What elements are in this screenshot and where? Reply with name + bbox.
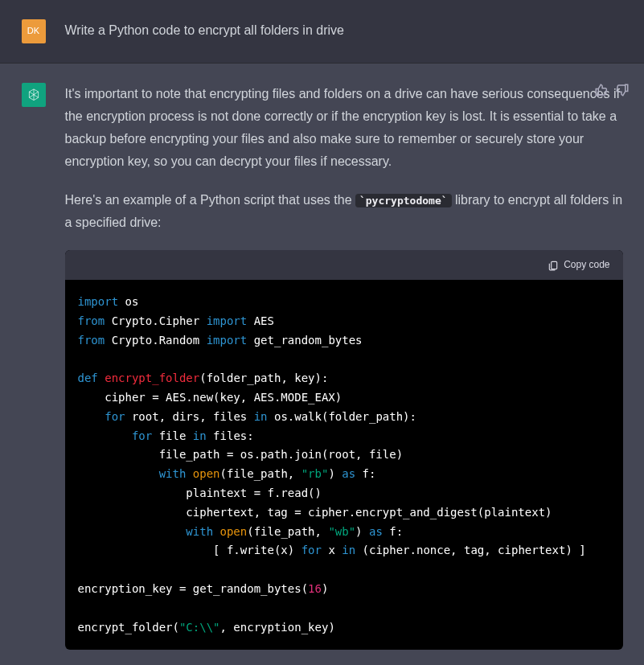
assistant-message-block: It's important to note that encrypting f…: [0, 64, 644, 665]
code-block: Copy code import os from Crypto.Cipher i…: [65, 250, 623, 650]
clipboard-icon: [548, 260, 559, 271]
example-intro-paragraph: Here's an example of a Python script tha…: [65, 189, 623, 234]
library-inline-code: `pycryptodome`: [355, 194, 452, 207]
copy-code-label: Copy code: [564, 257, 609, 273]
thumbs-down-icon[interactable]: [615, 83, 630, 97]
user-message-inner: DK Write a Python code to encrypt all fo…: [9, 0, 636, 63]
thumbs-up-icon[interactable]: [594, 83, 609, 97]
user-avatar-label: DK: [27, 23, 39, 39]
user-avatar: DK: [22, 19, 46, 43]
code-header: Copy code: [65, 250, 623, 280]
assistant-avatar: [22, 83, 46, 107]
assistant-message-inner: It's important to note that encrypting f…: [9, 64, 636, 665]
feedback-buttons: [594, 83, 630, 97]
warning-paragraph: It's important to note that encrypting f…: [65, 83, 623, 173]
example-prefix: Here's an example of a Python script tha…: [65, 193, 355, 207]
code-body: import os from Crypto.Cipher import AES …: [65, 280, 623, 650]
assistant-message-content: It's important to note that encrypting f…: [65, 83, 623, 650]
svg-rect-0: [552, 261, 557, 269]
user-message-content: Write a Python code to encrypt all folde…: [65, 19, 623, 42]
user-message-block: DK Write a Python code to encrypt all fo…: [0, 0, 644, 64]
copy-code-button[interactable]: Copy code: [548, 257, 609, 273]
openai-logo-icon: [26, 87, 42, 103]
user-prompt-text: Write a Python code to encrypt all folde…: [65, 19, 623, 42]
